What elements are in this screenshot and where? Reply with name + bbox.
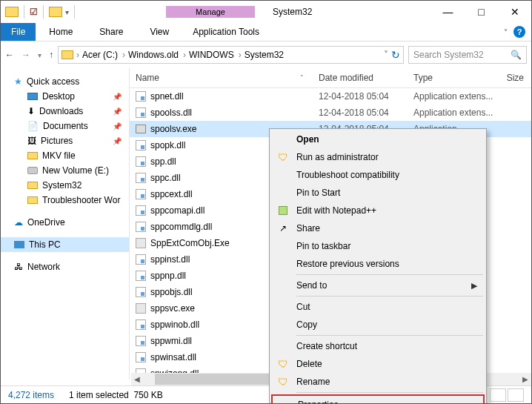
breadcrumb[interactable]: System32 — [245, 50, 284, 60]
scroll-left-icon[interactable]: ◀ — [131, 375, 143, 383]
file-date: 12-04-2018 05:04 — [319, 107, 413, 118]
share-tab[interactable]: Share — [86, 23, 136, 41]
cm-create-shortcut[interactable]: Create shortcut — [271, 337, 485, 355]
sidebar-thispc[interactable]: This PC — [1, 237, 129, 252]
history-dropdown-icon[interactable]: ▾ — [38, 51, 41, 59]
shield-icon: 🛡 — [277, 358, 289, 370]
file-row[interactable]: spnet.dll12-04-2018 05:04Application ext… — [130, 88, 531, 105]
quick-access-toolbar: ☑ ▾ — [1, 5, 77, 19]
breadcrumb[interactable]: Acer (C:)› — [82, 50, 125, 60]
close-button[interactable]: ✕ — [498, 1, 531, 23]
search-icon: 🔍 — [511, 50, 522, 60]
cm-cut[interactable]: Cut — [271, 298, 485, 316]
sidebar-mkv[interactable]: MKV file — [1, 148, 129, 163]
file-name: sppwinob.dll — [150, 319, 199, 330]
notepad-icon — [277, 205, 289, 216]
cm-pin-taskbar[interactable]: Pin to taskbar — [271, 237, 485, 255]
contextual-group-label: Manage — [166, 6, 255, 18]
desktop-icon — [27, 93, 38, 100]
sidebar-documents[interactable]: 📄Documents📌 — [1, 119, 129, 133]
cm-rename[interactable]: 🛡Rename — [271, 373, 485, 391]
cm-copy[interactable]: Copy — [271, 316, 485, 334]
share-icon: ↗ — [277, 222, 289, 234]
file-icon — [136, 303, 146, 314]
menu-separator — [296, 274, 483, 275]
cm-pin-start[interactable]: Pin to Start — [271, 184, 485, 202]
search-box[interactable]: Search System32 🔍 — [408, 46, 527, 64]
cm-edit-notepad[interactable]: Edit with Notepad++ — [271, 202, 485, 219]
file-tab[interactable]: File — [1, 23, 36, 41]
sidebar-downloads[interactable]: ⬇Downloads📌 — [1, 104, 129, 119]
help-icon[interactable]: ? — [513, 26, 525, 38]
sidebar-network[interactable]: 🖧Network — [1, 259, 129, 274]
sidebar-onedrive[interactable]: ☁OneDrive — [1, 215, 129, 230]
ribbon-collapse-icon[interactable]: ˅ — [504, 28, 508, 36]
file-name: spp.dll — [150, 156, 176, 167]
details-view-button[interactable] — [490, 388, 506, 402]
column-name[interactable]: Name˄ — [130, 73, 319, 83]
column-headers[interactable]: Name˄ Date modified Type Size — [130, 68, 531, 88]
up-button[interactable]: ↑ — [49, 50, 53, 60]
title-bar: ☑ ▾ Manage System32 — □ ✕ — [1, 1, 531, 23]
minimize-button[interactable]: — — [431, 1, 465, 23]
cm-restore[interactable]: Restore previous versions — [271, 255, 485, 273]
context-menu: Open 🛡Run as administrator Troubleshoot … — [269, 128, 487, 404]
star-icon: ★ — [14, 76, 22, 87]
maximize-button[interactable]: □ — [465, 1, 498, 23]
address-bar[interactable]: › Acer (C:)› Windows.old› WINDOWS› Syste… — [58, 46, 404, 64]
cm-properties[interactable]: Properties — [271, 394, 485, 404]
file-name: spwinsat.dll — [150, 352, 196, 362]
cm-delete[interactable]: 🛡Delete — [271, 355, 485, 373]
sidebar-system32[interactable]: System32 — [1, 178, 129, 193]
menu-separator — [296, 392, 483, 393]
submenu-arrow-icon: ▶ — [471, 281, 477, 291]
refresh-icon[interactable]: ↻ — [391, 49, 400, 61]
search-placeholder: Search System32 — [413, 50, 484, 60]
new-folder-icon[interactable] — [49, 7, 62, 17]
home-tab[interactable]: Home — [36, 23, 86, 41]
disk-icon — [27, 167, 38, 174]
address-dropdown-icon[interactable]: ˅ — [384, 50, 388, 60]
view-tab[interactable]: View — [136, 23, 182, 41]
cm-troubleshoot[interactable]: Troubleshoot compatibility — [271, 166, 485, 184]
column-size[interactable]: Size — [499, 73, 531, 83]
file-icon — [136, 125, 146, 133]
forward-button[interactable]: → — [21, 50, 30, 60]
quick-access[interactable]: ★Quick access — [1, 74, 129, 89]
file-name: spoolsv.exe — [150, 124, 196, 134]
pin-icon: 📌 — [113, 122, 122, 130]
column-date[interactable]: Date modified — [319, 73, 413, 83]
properties-qat-icon[interactable]: ☑ — [30, 7, 38, 17]
file-row[interactable]: spoolss.dll12-04-2018 05:04Application e… — [130, 105, 531, 121]
back-button[interactable]: ← — [5, 50, 14, 60]
folder-icon — [27, 196, 38, 204]
folder-icon[interactable] — [5, 7, 19, 17]
sidebar-troubleshooter[interactable]: Troubleshooter Wor — [1, 193, 129, 208]
navigation-pane: ★Quick access Desktop📌 ⬇Downloads📌 📄Docu… — [1, 68, 130, 380]
menu-separator — [296, 296, 483, 297]
cm-run-admin[interactable]: 🛡Run as administrator — [271, 148, 485, 166]
breadcrumb[interactable]: Windows.old› — [128, 50, 186, 60]
application-tools-tab[interactable]: Application Tools — [182, 23, 270, 41]
file-name: sppcomapi.dll — [150, 205, 205, 216]
sidebar-pictures[interactable]: 🖼Pictures📌 — [1, 133, 129, 148]
file-icon — [136, 352, 146, 362]
cm-share[interactable]: ↗Share — [271, 219, 485, 237]
thumbnails-view-button[interactable] — [508, 388, 524, 402]
documents-icon: 📄 — [27, 121, 39, 131]
scroll-right-icon[interactable]: ▶ — [519, 375, 531, 383]
pin-icon: 📌 — [113, 137, 122, 145]
pin-icon: 📌 — [113, 93, 122, 101]
folder-icon — [27, 182, 38, 189]
shield-icon: 🛡 — [277, 376, 289, 388]
column-type[interactable]: Type — [413, 73, 499, 83]
sidebar-desktop[interactable]: Desktop📌 — [1, 89, 129, 104]
cm-open[interactable]: Open — [271, 130, 485, 148]
cm-send-to[interactable]: Send to▶ — [271, 276, 485, 294]
breadcrumb[interactable]: WINDOWS› — [189, 50, 242, 60]
file-icon — [136, 287, 146, 297]
qat-dropdown-icon[interactable]: ▾ — [65, 8, 69, 16]
file-type: Application extens... — [413, 91, 499, 102]
file-name: sppcommdlg.dll — [150, 222, 212, 232]
sidebar-newvol[interactable]: New Volume (E:) — [1, 163, 129, 178]
